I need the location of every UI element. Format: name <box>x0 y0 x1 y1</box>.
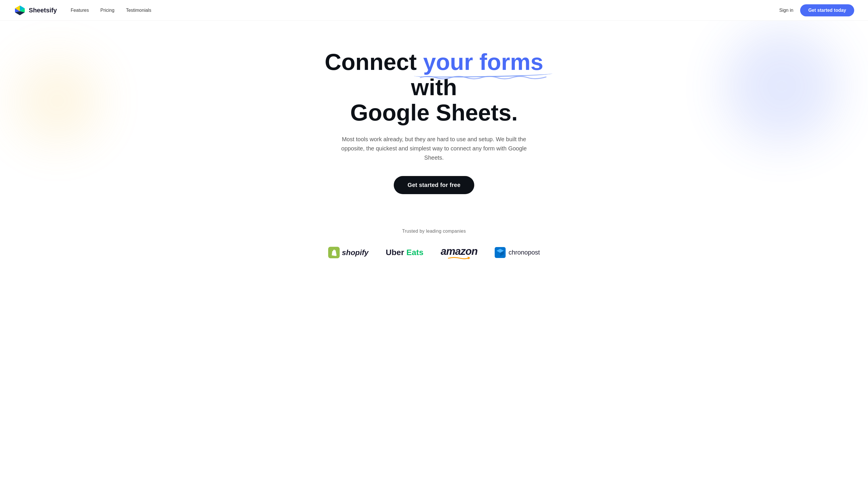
amazon-text: amazon <box>441 245 477 260</box>
trusted-section: Trusted by leading companies shopify Ube… <box>0 212 868 271</box>
nav-right: Sign in Get started today <box>779 4 854 17</box>
sign-in-link[interactable]: Sign in <box>779 8 793 13</box>
chronopost-icon <box>495 247 506 258</box>
hero-subtitle: Most tools work already, but they are ha… <box>339 135 529 162</box>
company-logos: shopify Uber Eats amazon <box>328 245 540 260</box>
ubereats-text-uber: Uber <box>386 248 404 257</box>
nav-item-features[interactable]: Features <box>71 8 89 13</box>
logo-text: Sheetsify <box>29 7 57 14</box>
nav-item-testimonials[interactable]: Testimonials <box>126 8 151 13</box>
trusted-label: Trusted by leading companies <box>402 229 466 234</box>
shopify-icon <box>328 247 340 258</box>
nav-logo[interactable]: Sheetsify <box>14 4 57 17</box>
chronopost-logo: chronopost <box>495 247 540 258</box>
ubereats-logo: Uber Eats <box>386 248 423 257</box>
nav-item-pricing[interactable]: Pricing <box>100 8 115 13</box>
nav-link-testimonials[interactable]: Testimonials <box>126 8 151 13</box>
nav-link-pricing[interactable]: Pricing <box>100 8 115 13</box>
amazon-smile-icon <box>447 256 470 260</box>
amazon-logo: amazon <box>441 245 477 260</box>
shopify-logo: shopify <box>328 247 368 258</box>
navbar: Sheetsify Features Pricing Testimonials … <box>0 0 868 21</box>
shopify-text: shopify <box>342 248 368 257</box>
hero-cta-button[interactable]: Get started for free <box>394 176 474 194</box>
nav-link-features[interactable]: Features <box>71 8 89 13</box>
hero-title-part2: with <box>411 74 457 100</box>
ubereats-text-eats: Eats <box>406 248 423 257</box>
hero-section: Connect your forms with Google Sheets. M… <box>0 21 868 212</box>
nav-links: Features Pricing Testimonials <box>71 8 151 13</box>
sheetsify-logo-icon <box>14 4 26 17</box>
hero-title: Connect your forms with Google Sheets. <box>305 50 563 125</box>
hero-title-highlight: your forms <box>423 50 543 75</box>
nav-cta-button[interactable]: Get started today <box>800 4 854 17</box>
hero-title-line2: Google Sheets. <box>350 100 518 125</box>
chronopost-text: chronopost <box>508 249 540 256</box>
hero-title-part1: Connect <box>325 49 423 75</box>
amazon-word: amazon <box>441 245 477 257</box>
